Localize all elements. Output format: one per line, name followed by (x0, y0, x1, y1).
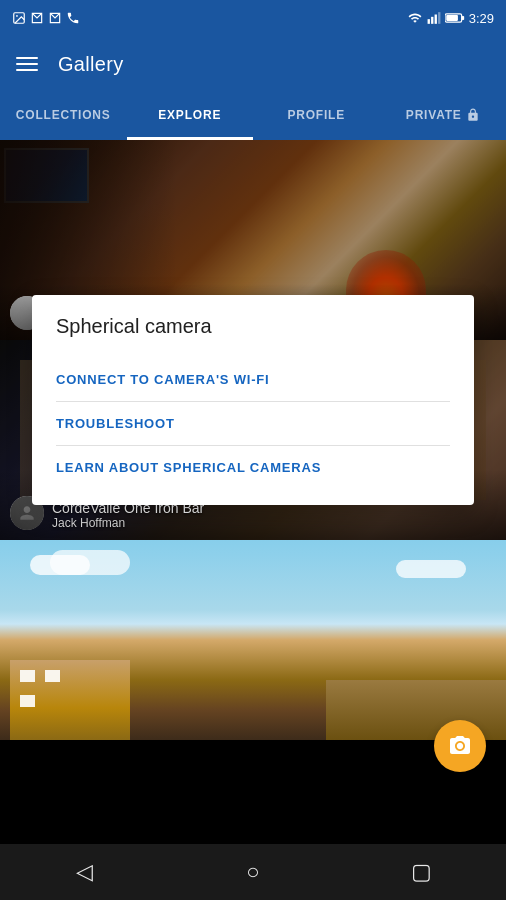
menu-button[interactable] (16, 57, 38, 71)
signal-icon (427, 11, 441, 25)
mail-icon-1 (30, 11, 44, 25)
svg-rect-2 (427, 19, 429, 24)
window-2 (45, 670, 60, 682)
tab-profile[interactable]: PROFILE (253, 92, 380, 140)
status-bar-icons (12, 11, 80, 25)
main-content: CordeValle Villa 2 CordeValle One Iron B… (0, 140, 506, 844)
svg-rect-8 (446, 15, 458, 21)
learn-more-button[interactable]: LEARN ABOUT SPHERICAL CAMERAS (56, 446, 450, 489)
app-title: Gallery (58, 53, 123, 76)
tab-private[interactable]: PRIVATE (380, 92, 507, 140)
back-button[interactable]: ◁ (54, 852, 114, 892)
lock-icon (466, 108, 480, 122)
photo-row-3 (0, 540, 506, 740)
mail-icon-2 (48, 11, 62, 25)
window-3 (20, 695, 35, 707)
status-bar: 3:29 (0, 0, 506, 36)
building-left (10, 660, 130, 740)
svg-point-1 (16, 15, 18, 17)
dialog-title: Spherical camera (56, 315, 450, 338)
tab-explore[interactable]: EXPLORE (127, 92, 254, 140)
photo-subtitle-2: Jack Hoffman (52, 516, 494, 530)
tab-bar: COLLECTIONS EXPLORE PROFILE PRIVATE (0, 92, 506, 140)
bottom-nav: ◁ ○ ▢ (0, 844, 506, 900)
recents-button[interactable]: ▢ (392, 852, 452, 892)
phone-status-icon (66, 11, 80, 25)
svg-rect-5 (438, 12, 440, 24)
window-1 (20, 670, 35, 682)
status-bar-right: 3:29 (407, 11, 494, 26)
tab-collections[interactable]: COLLECTIONS (0, 92, 127, 140)
cloud-3 (396, 560, 466, 578)
spherical-camera-dialog: Spherical camera CONNECT TO CAMERA'S WI-… (32, 295, 474, 505)
camera-fab-icon (448, 734, 472, 758)
connect-wifi-button[interactable]: CONNECT TO CAMERA'S WI-FI (56, 358, 450, 402)
svg-rect-3 (431, 17, 433, 24)
battery-icon (445, 12, 465, 24)
troubleshoot-button[interactable]: TROUBLESHOOT (56, 402, 450, 446)
camera-fab[interactable] (434, 720, 486, 772)
exterior-photo (0, 540, 506, 740)
top-bar: Gallery (0, 36, 506, 92)
wifi-icon (407, 11, 423, 25)
image-status-icon (12, 11, 26, 25)
home-button[interactable]: ○ (223, 852, 283, 892)
cloud-2 (50, 550, 130, 575)
svg-rect-4 (434, 15, 436, 24)
time-display: 3:29 (469, 11, 494, 26)
svg-rect-7 (461, 16, 464, 20)
